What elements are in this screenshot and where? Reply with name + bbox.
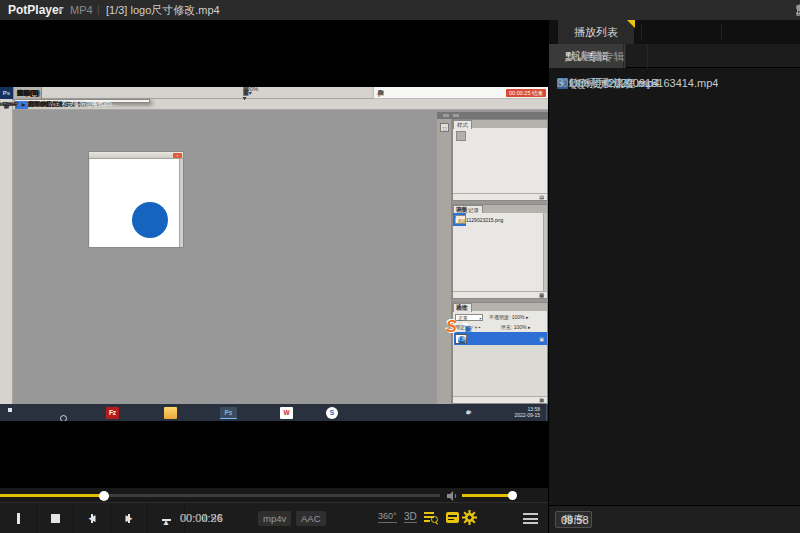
- ps-toolbox: ▸□+○▱✎◇▷▢■T◈: [0, 99, 13, 404]
- history-step: 打开: [453, 213, 466, 226]
- taskbar-clock: 13:58 2022-09-15: [514, 406, 540, 418]
- vr-360-button[interactable]: 360°: [378, 511, 397, 523]
- recorder-control-icons: ×≡♪↕▣◧: [462, 323, 468, 325]
- recorder-annotation-toolbar: ∕□○↗A✎¦↶▯¦◀× 00:00:25 结束: [373, 87, 548, 99]
- layers-footer-icon: ▤: [539, 397, 544, 403]
- ps-file-menu: 新建(N)... Ctrl+N 打开(O)... Ctrl+O 在 Bridge…: [14, 99, 150, 103]
- history-list: 20141129023215.png 打开: [453, 213, 547, 291]
- title-bar[interactable]: PotPlayer ▾ MP4 | [1/3] logo尺寸修改.mp4 ×: [0, 0, 800, 20]
- filezilla-icon: Fz: [106, 407, 119, 419]
- tab-playlist[interactable]: 播放列表: [558, 20, 634, 44]
- audio-codec-badge: AAC: [296, 511, 326, 526]
- styles-palette: 颜色色板样式 ◦▭▤: [452, 119, 548, 201]
- volume-slider[interactable]: [462, 494, 514, 497]
- playlist-bottom-bar: ▲ ▲ ▼ ▼ 添加 删除 排序 09:58: [549, 505, 800, 533]
- video-codec-badge: mp4v: [258, 511, 291, 526]
- document-scrollbar: [179, 159, 183, 247]
- document-title-bar: [89, 152, 183, 159]
- taskbar-search-icon: [60, 408, 67, 421]
- start-button-icon: [8, 408, 17, 417]
- ps-menu-item: 帮助(H): [14, 87, 42, 99]
- styles-palette-tabs: 颜色色板样式: [453, 120, 547, 128]
- layers-empty-area: [453, 345, 547, 396]
- seek-bar-row: [0, 487, 548, 502]
- pause-button[interactable]: [0, 503, 37, 533]
- styles-palette-footer: ◦▭▤: [453, 193, 547, 200]
- playlist-tab-bar: 播放列表: [549, 20, 800, 44]
- ps-palette-dock: ◻ 颜色色板样式 ◦▭▤ 历史记录调整蒙版: [437, 112, 548, 404]
- next-button[interactable]: ▶: [111, 503, 148, 533]
- stop-button[interactable]: [37, 503, 74, 533]
- tray-icon: ▴: [466, 408, 469, 417]
- subtitle-button[interactable]: [446, 512, 459, 523]
- previous-button[interactable]: ◀: [74, 503, 111, 533]
- photoshop-taskbar-icon: Ps: [220, 407, 237, 419]
- recorder-taskbar-icon: S: [326, 407, 338, 419]
- panel-thumb-icon: ◻: [440, 123, 449, 132]
- palette-tab: 样式: [453, 120, 472, 129]
- playlist-item-duration: 00:08:04: [557, 78, 596, 89]
- close-button[interactable]: ×: [794, 3, 800, 17]
- video-display-area[interactable]: × Ps 文件(F)编辑(E)图像(I)图层(L)选择(S)滤镜(T)分析(A)…: [0, 20, 548, 487]
- style-swatch: [456, 131, 466, 141]
- chevron-down-icon[interactable]: ▾: [58, 0, 62, 20]
- history-palette: 历史记录调整蒙版 20141129023215.png: [452, 204, 548, 299]
- menu-hamburger-button[interactable]: [523, 513, 538, 525]
- history-scrollbar: [543, 213, 547, 291]
- annotation-tool-icon: ×: [378, 88, 382, 98]
- recorder-icon: ◧: [465, 324, 472, 333]
- clock-display: 09:58: [561, 514, 589, 526]
- playlist-items: ▸ 1. logo尺寸修改.mp4 00:01:54 ▸ 2. QQ录屏2022…: [549, 68, 800, 75]
- file-menu-item: 退出(X) Ctrl+Q: [15, 101, 28, 109]
- seek-knob[interactable]: [99, 491, 109, 501]
- recorded-taskbar: Fz Ps W S ∧▭◠◆▴ 13:58 2022-09-15: [0, 404, 548, 421]
- playlist-item[interactable]: ▸ 3. 软件更新流程.mp4 00:08:04: [549, 75, 565, 92]
- logo-circle-image: [132, 202, 168, 238]
- palette-tab: 蒙版: [453, 205, 470, 213]
- total-time: 00:01:54: [180, 503, 223, 533]
- volume-knob[interactable]: [508, 491, 517, 500]
- app-logo[interactable]: PotPlayer: [8, 0, 63, 20]
- show-desktop-sliver: [546, 404, 548, 421]
- album-tabs: 默认专辑此电脑+ 新建专辑: [549, 44, 800, 68]
- layers-palette-tabs: 图层通道路径: [453, 303, 547, 311]
- dock-header: [437, 112, 548, 119]
- app-bar-icon: ⬓ ▾: [243, 87, 249, 103]
- playlist-search-button[interactable]: [424, 511, 440, 526]
- document-close-icon: ×: [173, 153, 182, 158]
- album-tab[interactable]: + 新建专辑: [549, 44, 648, 68]
- explorer-icon: [164, 407, 177, 419]
- collapsed-panel-strip: ◻: [437, 119, 452, 404]
- layer-lock-icon: ▣: [539, 336, 544, 342]
- potplayer-window: PotPlayer ▾ MP4 | [1/3] logo尺寸修改.mp4 × ×: [0, 0, 800, 533]
- recorded-screen-content: × Ps 文件(F)编辑(E)图像(I)图层(L)选择(S)滤镜(T)分析(A)…: [0, 87, 548, 421]
- window-title: [1/3] logo尺寸修改.mp4: [106, 0, 220, 20]
- wps-icon: W: [280, 407, 293, 419]
- tab-fold-marker: [627, 20, 635, 28]
- 3d-button[interactable]: 3D: [404, 511, 417, 523]
- container-badge: MP4: [70, 0, 93, 20]
- tab-separator: [641, 24, 642, 40]
- screen-recorder-bar: S ×≡♪↕▣◧: [446, 317, 538, 339]
- recording-timer-badge: 00:00:25 结束: [506, 89, 546, 97]
- photoshop-logo: Ps: [0, 87, 13, 99]
- seek-progress: [0, 494, 104, 497]
- history-palette-footer: ▣◫▤: [453, 291, 547, 298]
- transport-control-bar: ◀ ▶ ▲ 00:00:26/00:01:54 mp4v AAC 360° 3D: [0, 502, 548, 533]
- title-separator: |: [97, 0, 100, 20]
- playlist-panel: 播放列表 默认专辑此电脑+ 新建专辑 ▸ 1. logo尺寸修改.mp4 00:…: [548, 20, 800, 533]
- history-palette-tabs: 历史记录调整蒙版: [453, 205, 547, 213]
- recorder-logo: S: [446, 317, 457, 337]
- palette-tab: 路径: [453, 303, 470, 311]
- ps-document-window: ×: [88, 151, 184, 248]
- tab-separator: [721, 24, 722, 40]
- document-canvas: [90, 159, 179, 247]
- layers-palette-footer: ⚭fx◐▭▤: [453, 396, 547, 403]
